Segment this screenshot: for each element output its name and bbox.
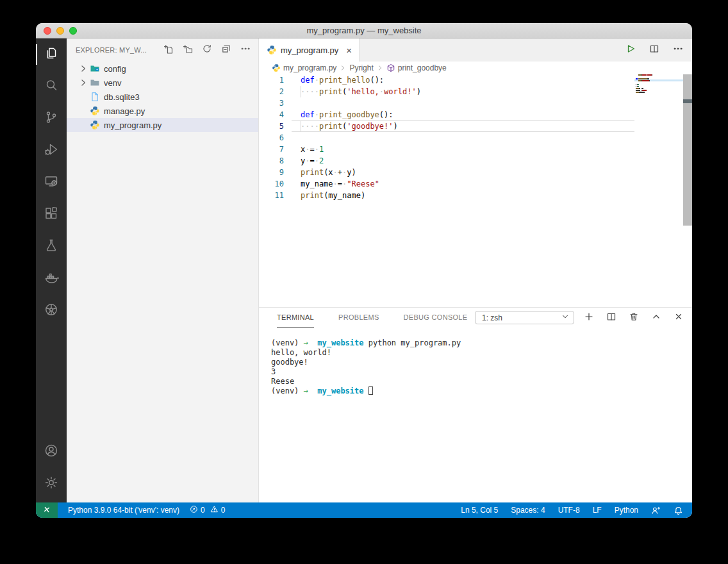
tree-item-my-program-py[interactable]: my_program.py: [67, 118, 258, 132]
minimap[interactable]: [634, 74, 683, 93]
status-eol[interactable]: LF: [593, 506, 602, 515]
activity-item-settings[interactable]: [36, 468, 67, 500]
new-file-button[interactable]: ,: [162, 44, 175, 56]
tree-item-label: manage.py: [104, 106, 145, 116]
new-folder-icon: [183, 44, 193, 56]
symbol-namespace-icon: [386, 63, 395, 72]
kubernetes-icon: [44, 302, 59, 320]
python-icon: [90, 120, 100, 130]
code-line: 11print(my_name): [259, 190, 692, 201]
split-terminal-button[interactable]: [606, 312, 617, 324]
activity-item-remote-explorer[interactable]: [36, 167, 67, 199]
terminal-line: (venv) → my_website python my_program.py: [271, 338, 692, 348]
status-encoding[interactable]: UTF-8: [558, 506, 580, 515]
new-folder-button[interactable]: [181, 44, 194, 56]
title-bar[interactable]: my_program.py — my_website: [36, 23, 692, 38]
collapse-all-button[interactable]: [220, 44, 233, 56]
minimize-window-button[interactable]: [56, 27, 64, 35]
python-interpreter-status[interactable]: Python 3.9.0 64-bit ('venv': venv): [64, 506, 183, 515]
code-text: print(my_name): [301, 190, 365, 201]
minimap-line: [634, 91, 683, 93]
folder-icon: [90, 78, 100, 88]
close-window-button[interactable]: [44, 27, 51, 35]
remote-icon: [42, 505, 51, 516]
run-icon: [625, 44, 636, 56]
warning-icon: [210, 505, 219, 515]
python-file-icon: [267, 45, 277, 55]
panel-tab-terminal[interactable]: TERMINAL: [277, 308, 314, 328]
status-indentation[interactable]: Spaces: 4: [511, 506, 545, 515]
line-number: 7: [259, 144, 284, 155]
tree-item-config[interactable]: config: [67, 62, 258, 76]
breadcrumb-label: my_program.py: [283, 63, 336, 72]
activity-item-run-debug[interactable]: [36, 135, 67, 167]
trash-icon: [629, 311, 639, 324]
terminal-cursor: [368, 386, 373, 395]
code-text: print(x·+·y): [301, 167, 356, 178]
tree-item-db-sqlite3[interactable]: db.sqlite3: [67, 90, 258, 104]
activity-item-testing[interactable]: [36, 231, 67, 263]
tree-item-manage-py[interactable]: manage.py: [67, 104, 258, 118]
code-line: 9print(x·+·y): [259, 167, 692, 178]
maximize-panel-button[interactable]: [650, 312, 662, 324]
problems-status[interactable]: 0 0: [190, 505, 228, 515]
terminal-panel: TERMINALPROBLEMSDEBUG CONSOLE 1: zsh (ve…: [259, 307, 692, 502]
kill-terminal-button[interactable]: [628, 312, 640, 324]
chevron-spacer: [78, 92, 88, 102]
tree-item-label: db.sqlite3: [104, 92, 140, 102]
status-language-mode[interactable]: Python: [615, 506, 638, 515]
python-icon: [272, 63, 281, 72]
breadcrumb-item-print-goodbye[interactable]: print_goodbye: [386, 63, 447, 72]
activity-item-explorer[interactable]: [36, 38, 67, 70]
close-panel-button[interactable]: [673, 312, 684, 324]
more-actions-button[interactable]: [672, 44, 684, 56]
remote-indicator[interactable]: [36, 502, 58, 518]
activity-item-kubernetes[interactable]: [36, 295, 67, 327]
editor-region: my_program.py × my_program.pyPyrightprin…: [259, 38, 692, 502]
refresh-button[interactable]: [201, 44, 213, 56]
more-button[interactable]: [239, 44, 252, 56]
zoom-window-button[interactable]: [69, 27, 77, 35]
tab-my-program-py[interactable]: my_program.py ×: [259, 38, 360, 62]
warning-count: 0: [221, 506, 226, 515]
activity-item-search[interactable]: [36, 70, 67, 103]
panel-tab-debug-console[interactable]: DEBUG CONSOLE: [404, 308, 468, 328]
activity-item-source-control[interactable]: [36, 103, 67, 135]
split-icon: [649, 44, 659, 56]
feedback-icon[interactable]: [651, 506, 661, 515]
more-icon: [240, 44, 251, 56]
code-editor[interactable]: 1def·print_hello():2····print('hello,·wo…: [259, 74, 692, 307]
split-editor-button[interactable]: [648, 44, 661, 56]
activity-item-accounts[interactable]: [36, 436, 67, 468]
scrollbar-thumb-edge: [683, 99, 692, 103]
code-text: my_name·=·"Reese": [301, 178, 379, 190]
status-bar: Python 3.9.0 64-bit ('venv': venv) 0 0 L…: [36, 502, 692, 518]
code-line: 8y·=·2: [259, 155, 692, 167]
close-tab-icon[interactable]: ×: [344, 45, 354, 56]
breadcrumb-item-pyright[interactable]: Pyright: [349, 63, 373, 72]
status-cursor-position[interactable]: Ln 5, Col 5: [461, 506, 498, 515]
code-line: 4def·print_goodbye():: [259, 109, 692, 120]
run-button[interactable]: [624, 44, 637, 56]
activity-item-extensions[interactable]: [36, 199, 67, 231]
more-icon: [673, 44, 683, 56]
code-line: 6: [259, 132, 692, 144]
terminal-shell-select[interactable]: 1: zsh: [475, 311, 574, 324]
error-count: 0: [201, 506, 205, 515]
new-terminal-button[interactable]: [583, 312, 595, 324]
terminal-line: 3: [271, 367, 692, 377]
editor-scrollbar[interactable]: [683, 74, 692, 226]
activity-bar: [36, 38, 67, 502]
explorer-sidebar: EXPLORER: MY_W... , configvenvdb.sqlite3…: [67, 38, 259, 502]
breadcrumb-item-my-program-py[interactable]: my_program.py: [272, 63, 336, 72]
activity-item-docker[interactable]: [36, 263, 67, 295]
line-number: 1: [259, 74, 284, 86]
terminal-output[interactable]: (venv) → my_website python my_program.py…: [259, 328, 692, 396]
code-line: 7x·=·1: [259, 144, 692, 155]
collapse-all-icon: [221, 44, 231, 56]
notifications-bell-icon[interactable]: [674, 506, 683, 515]
panel-tab-problems[interactable]: PROBLEMS: [338, 308, 379, 328]
source-control-icon: [44, 110, 59, 128]
tree-item-venv[interactable]: venv: [67, 76, 258, 90]
chevron-up-icon: [651, 311, 661, 324]
